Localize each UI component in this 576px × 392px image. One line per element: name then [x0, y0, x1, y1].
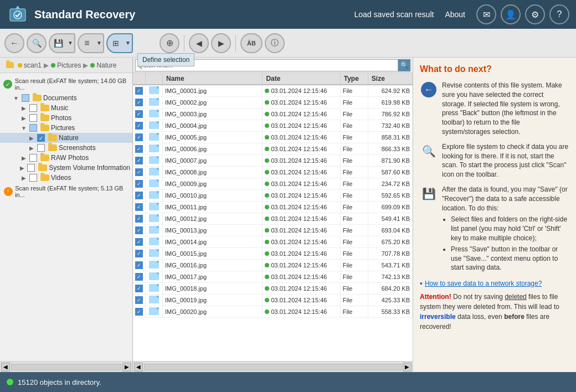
file-checkbox-cell[interactable]: ✓	[133, 306, 146, 318]
checkbox-music[interactable]	[29, 104, 37, 112]
file-checkbox-cell[interactable]: ✓	[133, 120, 146, 132]
scan-button[interactable]: 🔍	[27, 33, 47, 53]
settings-icon-button[interactable]: ⚙	[525, 4, 545, 24]
tree-item-nature[interactable]: ▶ ✓ Nature	[0, 133, 132, 143]
search-button[interactable]: 🔍	[398, 59, 410, 71]
file-checkbox-5[interactable]: ✓	[135, 145, 143, 153]
table-row[interactable]: ✓ IMG_00007.jpg 03.01.2024 12:15:46 File…	[133, 155, 413, 167]
load-scan-link[interactable]: Load saved scan result	[354, 10, 434, 19]
col-date-header[interactable]: Date	[263, 73, 340, 85]
file-scrollbar-track[interactable]	[144, 364, 402, 370]
list-dropdown-arrow[interactable]: ▼	[95, 33, 104, 53]
col-type-header[interactable]: Type	[340, 73, 368, 85]
file-checkbox-4[interactable]: ✓	[135, 133, 143, 141]
tree-item-videos[interactable]: ▶ Videos	[0, 173, 132, 183]
checkbox-system-volume[interactable]	[27, 164, 35, 172]
tree-item-pictures[interactable]: ▼ Pictures	[0, 123, 132, 133]
scroll-left-arrow[interactable]: ◀	[1, 363, 10, 372]
network-storage-link[interactable]: How to save data to a network storage?	[425, 280, 542, 287]
file-checkbox-cell[interactable]: ✓	[133, 167, 146, 178]
checkbox-videos[interactable]	[29, 174, 37, 182]
table-row[interactable]: ✓ IMG_00013.jpg 03.01.2024 12:15:46 File…	[133, 225, 413, 236]
expand-pictures[interactable]: ▼	[20, 124, 28, 132]
tree-item-raw-photos[interactable]: ▶ RAW Photos	[0, 153, 132, 163]
next-button[interactable]: ▶	[211, 33, 231, 53]
rename-button[interactable]: ÄB	[240, 33, 263, 53]
file-checkbox-cell[interactable]: ✓	[133, 225, 146, 236]
file-checkbox-18[interactable]: ✓	[135, 296, 143, 304]
checkbox-documents[interactable]	[22, 94, 29, 102]
table-row[interactable]: ✓ IMG_00008.jpg 03.01.2024 12:15:46 File…	[133, 167, 413, 178]
checkbox-screenshots[interactable]	[37, 144, 45, 152]
checkbox-raw-photos[interactable]	[29, 154, 37, 162]
table-row[interactable]: ✓ IMG_00018.jpg 03.01.2024 12:15:46 File…	[133, 283, 413, 295]
expand-photos[interactable]: ▶	[20, 114, 28, 122]
file-checkbox-3[interactable]: ✓	[135, 122, 143, 130]
file-checkbox-cell[interactable]: ✓	[133, 248, 146, 260]
table-row[interactable]: ✓ IMG_00012.jpg 03.01.2024 12:15:46 File…	[133, 213, 413, 225]
file-checkbox-10[interactable]: ✓	[135, 203, 143, 211]
file-checkbox-cell[interactable]: ✓	[133, 213, 146, 225]
expand-screenshots[interactable]: ▶	[28, 144, 35, 152]
file-checkbox-15[interactable]: ✓	[135, 261, 143, 269]
file-checkbox-cell[interactable]: ✓	[133, 283, 146, 295]
col-name-header[interactable]: Name	[163, 73, 263, 85]
user-icon-button[interactable]: 👤	[501, 4, 521, 24]
tree-item-system-volume[interactable]: ▶ System Volume Information	[0, 163, 132, 173]
file-checkbox-cell[interactable]: ✓	[133, 202, 146, 213]
file-checkbox-17[interactable]: ✓	[135, 285, 143, 292]
scrollbar-track[interactable]	[11, 364, 121, 370]
table-row[interactable]: ✓ IMG_00019.jpg 03.01.2024 12:15:46 File…	[133, 295, 413, 306]
info-button[interactable]: ⓘ	[265, 33, 285, 53]
file-checkbox-13[interactable]: ✓	[135, 238, 143, 246]
file-checkbox-cell[interactable]: ✓	[133, 109, 146, 120]
table-row[interactable]: ✓ IMG_00017.jpg 03.01.2024 12:15:46 File…	[133, 271, 413, 283]
expand-nature[interactable]: ▶	[28, 134, 35, 142]
file-checkbox-cell[interactable]: ✓	[133, 132, 146, 143]
find-button[interactable]: ⊕	[160, 33, 179, 53]
file-horizontal-scrollbar[interactable]: ◀ ▶	[133, 361, 413, 372]
file-checkbox-11[interactable]: ✓	[135, 215, 143, 223]
file-checkbox-cell[interactable]: ✓	[133, 85, 146, 97]
table-row[interactable]: ✓ IMG_00002.jpg 03.01.2024 12:15:46 File…	[133, 97, 413, 109]
file-checkbox-cell[interactable]: ✓	[133, 155, 146, 167]
file-checkbox-cell[interactable]: ✓	[133, 271, 146, 283]
table-row[interactable]: ✓ IMG_00011.jpg 03.01.2024 12:15:46 File…	[133, 202, 413, 213]
file-checkbox-0[interactable]: ✓	[135, 87, 143, 95]
expand-system-volume[interactable]: ▶	[18, 164, 25, 172]
table-row[interactable]: ✓ IMG_00006.jpg 03.01.2024 12:15:46 File…	[133, 143, 413, 155]
table-row[interactable]: ✓ IMG_00014.jpg 03.01.2024 12:15:46 File…	[133, 236, 413, 248]
about-link[interactable]: About	[445, 10, 465, 19]
file-checkbox-2[interactable]: ✓	[135, 110, 143, 118]
checkbox-photos[interactable]	[29, 114, 37, 122]
file-checkbox-12[interactable]: ✓	[135, 226, 143, 234]
tree-item-screenshots[interactable]: ▶ Screenshots	[0, 143, 132, 153]
expand-videos[interactable]: ▶	[20, 174, 28, 182]
col-size-header[interactable]: Size	[368, 73, 412, 85]
tree-item-photos[interactable]: ▶ Photos	[0, 113, 132, 123]
scan-result-1[interactable]: ✓ Scan result (ExFAT file system; 14.00 …	[0, 75, 132, 93]
message-icon-button[interactable]: ✉	[476, 4, 496, 24]
file-checkbox-6[interactable]: ✓	[135, 157, 143, 164]
file-table-wrapper[interactable]: Name Date Type Size ✓ IMG_00001.jpg 03.0…	[133, 73, 413, 361]
file-checkbox-14[interactable]: ✓	[135, 250, 143, 257]
checkbox-nature[interactable]: ✓	[37, 134, 45, 142]
scan-result-2[interactable]: ! Scan result (ExFAT file system; 5.13 G…	[0, 183, 132, 200]
list-button[interactable]: ≡	[78, 33, 95, 53]
table-row[interactable]: ✓ IMG_00001.jpg 03.01.2024 12:15:46 File…	[133, 85, 413, 97]
expand-documents[interactable]: ▼	[12, 94, 20, 102]
file-checkbox-cell[interactable]: ✓	[133, 97, 146, 109]
file-checkbox-1[interactable]: ✓	[135, 99, 143, 106]
table-row[interactable]: ✓ IMG_00020.jpg 03.01.2024 12:15:46 File…	[133, 306, 413, 318]
select-button[interactable]: ⊞	[106, 33, 124, 53]
file-checkbox-7[interactable]: ✓	[135, 168, 143, 176]
file-checkbox-cell[interactable]: ✓	[133, 178, 146, 190]
left-horizontal-scrollbar[interactable]: ◀ ▶	[0, 361, 132, 372]
table-row[interactable]: ✓ IMG_00004.jpg 03.01.2024 12:15:46 File…	[133, 120, 413, 132]
tree-item-documents[interactable]: ▼ Documents	[0, 93, 132, 103]
tree-item-music[interactable]: ▶ Music	[0, 103, 132, 113]
select-dropdown-arrow[interactable]: ▼	[124, 33, 133, 53]
table-row[interactable]: ✓ IMG_00009.jpg 03.01.2024 12:15:46 File…	[133, 178, 413, 190]
expand-raw-photos[interactable]: ▶	[20, 154, 28, 162]
back-button[interactable]: ←	[4, 33, 24, 53]
